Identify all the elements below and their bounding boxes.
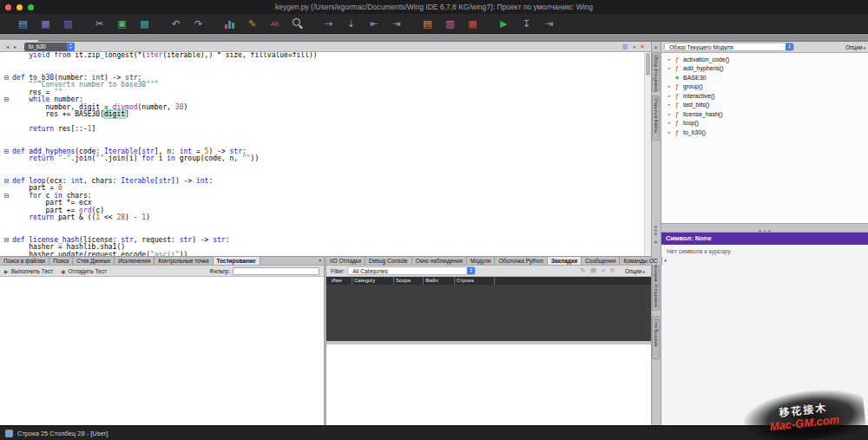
bookmarks-options-button[interactable]: Опции [625,268,645,274]
column-header[interactable]: Scope [394,277,424,285]
debug-test-button[interactable]: ◉ Отладить Тест [61,268,107,274]
dock-tab-top-1[interactable]: Открытые Файлы [652,95,660,141]
bookmarks-tab-6[interactable]: Сообщения [582,257,620,265]
disclosure-icon[interactable]: ▸ [668,84,675,89]
toolbar-step-over-icon[interactable]: ⇢ [321,16,336,31]
disclosure-icon[interactable]: ▸ [668,102,675,107]
browser-item[interactable]: ▸ƒadd_hyphens() [661,64,868,74]
code-line[interactable] [0,163,644,171]
dock-tab-top-0[interactable]: Обзор Исходников [652,52,660,92]
fold-icon[interactable] [4,149,9,154]
tab-overflow-icon[interactable]: ▾ [316,257,324,265]
category-filter-dropdown[interactable]: All Categories ▲▼ [347,266,476,275]
toolbar-save-all-icon[interactable]: ▥ [61,16,76,31]
code-line[interactable]: """Converts number to base30""" [0,82,644,89]
code-line[interactable]: res += BASE30[digit] [0,111,644,119]
column-header[interactable]: Файл [424,277,455,285]
toolbar-debug-io-icon[interactable]: ▥ [443,16,457,31]
code-line[interactable]: for c in chars: [0,193,644,200]
bookmarks-tab-0[interactable]: I/O Отладки [326,257,365,265]
code-line[interactable]: return "-".join("".join(i) for i in grou… [0,155,644,163]
right-panel-splitter[interactable] [661,223,868,233]
fold-icon[interactable] [4,238,9,242]
browser-item[interactable]: ▸ƒloop() [661,119,868,128]
browser-item[interactable]: ▸ƒlast_bits() [661,101,868,110]
bookmarks-table[interactable] [326,285,651,341]
scroll-down-icon[interactable]: ▼ [654,240,658,245]
toolbar-step-out-icon[interactable]: ⇤ [366,16,381,31]
testing-tab-5[interactable]: Тестирование [214,257,260,265]
disclosure-icon[interactable]: ▸ [668,130,675,135]
testing-tab-0[interactable]: Поиск в файлах [0,257,49,265]
code-line[interactable]: yield from it.zip_longest(*(iter(iterabl… [0,52,644,60]
status-icon[interactable] [5,430,13,437]
browser-item[interactable]: ▸ƒinteractive() [661,91,868,101]
code-editor[interactable]: yield from it.zip_longest(*(iter(iterabl… [0,52,644,256]
run-test-button[interactable]: ▶ Выполнить Тест [4,268,53,274]
edit-bookmark-icon[interactable]: ✎ [580,267,585,274]
browser-options-button[interactable]: Опции [845,44,865,50]
bookmarks-tab-3[interactable]: Модули [467,257,495,265]
disclosure-icon[interactable]: ▸ [668,66,675,70]
module-scope-dropdown[interactable]: Обзор Текущего Модуля ▲▼ [664,43,794,51]
toolbar-debug-probe-icon[interactable]: ▤ [420,16,435,31]
bookmarks-tab-7[interactable]: Команды ОС [620,257,661,265]
fold-icon[interactable] [4,97,9,102]
code-line[interactable] [0,60,644,68]
nav-back-icon[interactable]: ◂ [6,43,9,49]
bookmarks-tab-1[interactable]: Debug Console [365,257,412,265]
toolbar-step-restart-icon[interactable]: ↧ [519,16,534,31]
toolbar-profiler-icon[interactable] [222,16,237,31]
code-line[interactable] [0,119,644,127]
toolbar-redo-icon[interactable]: ↷ [191,16,206,31]
toolbar-step-into-icon[interactable]: ⇣ [344,16,358,31]
editor-menu-icon[interactable]: ▾ [633,43,635,51]
refresh-bookmarks-icon[interactable]: ↻ [610,267,615,274]
toolbar-continue-icon[interactable]: ⇥ [542,16,556,31]
toolbar-paste-icon[interactable]: ▩ [137,16,152,31]
fold-icon[interactable] [4,76,9,80]
testing-tab-4[interactable]: Контрольные точки [155,257,213,265]
browser-item[interactable]: ▸ƒgroup() [661,82,868,92]
code-line[interactable]: return res[::-1] [0,126,644,134]
toolbar-save-icon[interactable]: ▦ [38,16,53,31]
editor-split-icon[interactable]: ▥ [622,43,628,51]
code-line[interactable]: return part & ((1 << 28) - 1) [0,214,644,222]
fold-icon[interactable] [4,194,9,198]
browser-item[interactable]: ▸ƒto_b30() [661,128,868,137]
code-line[interactable] [0,134,644,141]
scroll-up-icon[interactable]: ▲ [654,44,658,49]
test-filter-input[interactable] [233,267,319,275]
code-line[interactable]: part = 0 [0,185,644,193]
disclosure-icon[interactable]: ▸ [668,57,675,62]
nav-forward-icon[interactable]: ▸ [14,43,16,49]
column-header[interactable]: Category [352,277,394,285]
delete-bookmark-icon[interactable]: × [602,267,605,274]
tab-overflow-icon[interactable]: ▾ [662,257,670,265]
toolbar-replace-icon[interactable]: ✎ [245,16,260,31]
close-editor-icon[interactable]: × [641,43,644,51]
toolbar-debug-run-icon[interactable]: ▶ [496,16,511,31]
disclosure-icon[interactable]: ▸ [668,121,675,125]
disclosure-icon[interactable]: ▸ [668,112,675,116]
toolbar-search-icon[interactable] [290,16,305,31]
toolbar-new-file-icon[interactable]: ▤ [16,16,30,31]
bookmarks-tab-4[interactable]: Оболочка Python [495,257,548,265]
column-header[interactable]: Строка [455,277,495,285]
browser-item[interactable]: ◆BASE30 [661,73,868,82]
bookmarks-tab-2[interactable]: Окно наблюдения [412,257,467,265]
toolbar-undo-icon[interactable]: ↶ [168,16,183,31]
toolbar-copy-icon[interactable]: ▣ [115,16,129,31]
browser-item[interactable]: ▸ƒlicense_hash() [661,109,868,119]
splitter-handle[interactable] [654,226,658,235]
code-line[interactable] [0,222,644,230]
code-line[interactable]: res = "" [0,89,644,97]
editor-scrollbar[interactable] [644,52,651,256]
testing-tab-1[interactable]: Поиск [49,257,73,265]
toolbar-run-to-cursor-icon[interactable]: ⇥ [389,16,404,31]
fold-icon[interactable] [4,179,9,183]
testing-tab-2[interactable]: Стек Данных [73,257,115,265]
toolbar-cut-icon[interactable]: ✂ [92,16,107,31]
dock-tab-bottom-1[interactable]: Стек Вызовов [652,316,660,359]
toolbar-spellcheck-icon[interactable]: АБ [267,16,282,31]
